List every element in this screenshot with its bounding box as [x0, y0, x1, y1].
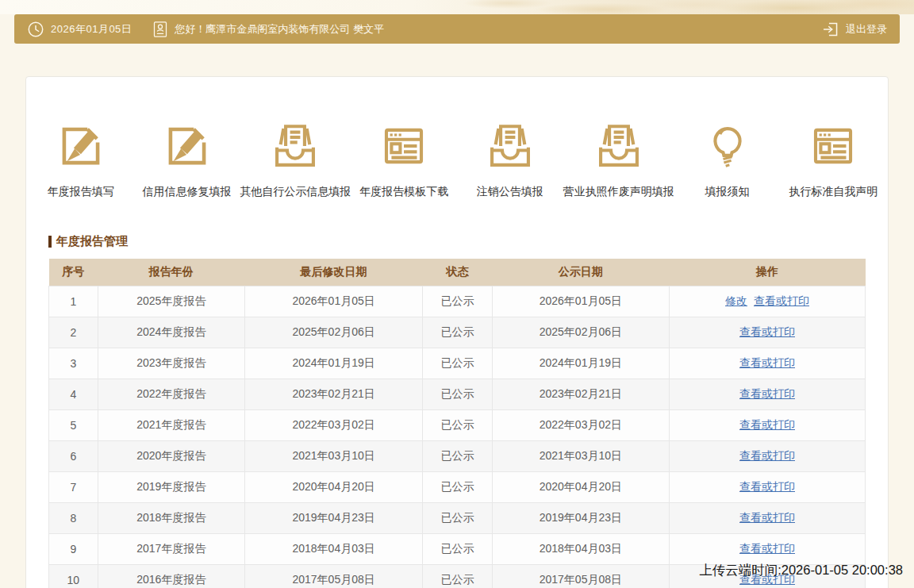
row-status: 已公示	[423, 286, 492, 317]
row-status: 已公示	[423, 409, 492, 440]
topbar-date-group: 2026年01月05日	[27, 21, 132, 38]
shortcut-item-7[interactable]: 填报须知	[674, 120, 781, 199]
shortcut-label: 填报须知	[705, 185, 750, 199]
col-header-modified: 最后修改日期	[244, 259, 422, 286]
user-badge-icon	[152, 21, 168, 38]
row-no: 10	[49, 564, 98, 588]
template-icon	[378, 120, 430, 172]
shortcut-item-6[interactable]: 营业执照作废声明填报	[563, 120, 674, 199]
row-no: 6	[49, 440, 98, 471]
table-row: 82018年度报告2019年04月23日已公示2019年04月23日查看或打印	[49, 502, 866, 533]
shortcut-label: 年度报告模板下载	[359, 185, 448, 199]
view-or-print-link[interactable]: 查看或打印	[739, 511, 795, 524]
edit-icon	[55, 120, 107, 172]
row-actions: 查看或打印	[670, 502, 866, 533]
shortcut-item-8[interactable]: 执行标准自我声明	[780, 120, 886, 199]
view-or-print-link[interactable]: 查看或打印	[739, 449, 795, 462]
row-no: 2	[49, 317, 98, 348]
row-published: 2020年04月20日	[492, 471, 669, 502]
topbar: 2026年01月05日 您好！鹰潭市金鼎阁室内装饰有限公司 樊文平 退出登录	[14, 14, 900, 44]
row-published: 2019年04月23日	[492, 502, 669, 533]
row-no: 9	[49, 533, 98, 564]
row-year: 2021年度报告	[98, 409, 244, 440]
upload-time-watermark: 上传云端时间:2026-01-05 20:00:38	[699, 562, 903, 579]
view-or-print-link[interactable]: 查看或打印	[739, 387, 795, 400]
table-row: 62020年度报告2021年03月10日已公示2021年03月10日查看或打印	[49, 440, 866, 471]
row-published: 2021年03月10日	[492, 440, 669, 471]
row-year: 2024年度报告	[98, 317, 244, 348]
row-modified: 2026年01月05日	[244, 286, 422, 317]
inbox-icon	[593, 120, 645, 172]
row-no: 1	[49, 286, 98, 317]
topbar-greeting: 您好！鹰潭市金鼎阁室内装饰有限公司 樊文平	[175, 22, 384, 37]
inbox-icon	[269, 120, 321, 172]
template-icon	[807, 120, 859, 172]
bulb-icon	[701, 120, 754, 172]
row-actions: 查看或打印	[670, 348, 866, 379]
row-status: 已公示	[423, 564, 492, 588]
shortcut-item-4[interactable]: 年度报告模板下载	[351, 120, 457, 199]
row-no: 4	[49, 379, 98, 409]
row-status: 已公示	[423, 379, 492, 409]
view-or-print-link[interactable]: 查看或打印	[754, 294, 809, 307]
view-or-print-link[interactable]: 查看或打印	[739, 480, 795, 493]
row-published: 2017年05月08日	[492, 564, 669, 588]
view-or-print-link[interactable]: 查看或打印	[739, 356, 795, 369]
shortcut-label: 执行标准自我声明	[789, 185, 878, 199]
table-row: 22024年度报告2025年02月06日已公示2025年02月06日查看或打印	[49, 317, 866, 348]
view-or-print-link[interactable]: 查看或打印	[739, 325, 795, 338]
col-header-no: 序号	[49, 259, 98, 286]
row-actions: 查看或打印	[670, 379, 866, 409]
row-actions: 查看或打印	[670, 471, 866, 502]
row-modified: 2021年03月10日	[244, 440, 422, 471]
row-no: 3	[49, 348, 98, 379]
row-published: 2018年04月03日	[492, 533, 669, 564]
row-no: 8	[49, 502, 98, 533]
row-modified: 2023年02月21日	[244, 379, 422, 409]
section-accent-bar	[48, 236, 52, 248]
row-modified: 2020年04月20日	[244, 471, 422, 502]
row-actions: 修改查看或打印	[670, 286, 866, 317]
modify-link[interactable]: 修改	[725, 294, 747, 307]
row-modified: 2022年03月02日	[244, 409, 422, 440]
topbar-date: 2026年01月05日	[51, 22, 132, 37]
section-title: 年度报告管理	[56, 234, 128, 249]
table-row: 72019年度报告2020年04月20日已公示2020年04月20日查看或打印	[49, 471, 866, 502]
shortcut-menu: 年度报告填写 信用信息修复填报 其他自行公示信息填报	[26, 120, 888, 199]
row-status: 已公示	[423, 533, 492, 564]
shortcut-label: 注销公告填报	[477, 185, 543, 199]
section-header: 年度报告管理	[48, 234, 866, 249]
shortcut-item-3[interactable]: 其他自行公示信息填报	[240, 120, 351, 199]
inbox-icon	[484, 120, 536, 172]
clock-icon	[27, 21, 44, 38]
view-or-print-link[interactable]: 查看或打印	[739, 542, 795, 555]
row-no: 5	[49, 409, 98, 440]
row-year: 2019年度报告	[98, 471, 244, 502]
table-row: 92017年度报告2018年04月03日已公示2018年04月03日查看或打印	[49, 533, 866, 564]
col-header-published: 公示日期	[492, 259, 669, 286]
shortcut-item-5[interactable]: 注销公告填报	[457, 120, 563, 199]
page-background-texture	[0, 0, 914, 14]
row-modified: 2025年02月06日	[244, 317, 422, 348]
shortcut-item-1[interactable]: 年度报告填写	[28, 120, 134, 199]
row-actions: 查看或打印	[670, 409, 866, 440]
table-row: 42022年度报告2023年02月21日已公示2023年02月21日查看或打印	[49, 379, 866, 409]
row-year: 2016年度报告	[98, 564, 244, 588]
row-year: 2020年度报告	[98, 440, 244, 471]
row-no: 7	[49, 471, 98, 502]
row-actions: 查看或打印	[670, 533, 866, 564]
row-status: 已公示	[423, 440, 492, 471]
row-published: 2026年01月05日	[492, 286, 669, 317]
logout-button[interactable]: 退出登录	[822, 21, 887, 38]
row-modified: 2018年04月03日	[244, 533, 422, 564]
view-or-print-link[interactable]: 查看或打印	[739, 418, 795, 431]
table-row: 12025年度报告2026年01月05日已公示2026年01月05日修改查看或打…	[49, 286, 866, 317]
table-header-row: 序号 报告年份 最后修改日期 状态 公示日期 操作	[49, 259, 866, 286]
row-actions: 查看或打印	[670, 317, 866, 348]
logout-icon	[822, 21, 839, 38]
col-header-year: 报告年份	[98, 259, 244, 286]
row-published: 2023年02月21日	[492, 379, 669, 409]
shortcut-item-2[interactable]: 信用信息修复填报	[134, 120, 240, 199]
row-year: 2018年度报告	[98, 502, 244, 533]
table-row: 52021年度报告2022年03月02日已公示2022年03月02日查看或打印	[49, 409, 866, 440]
